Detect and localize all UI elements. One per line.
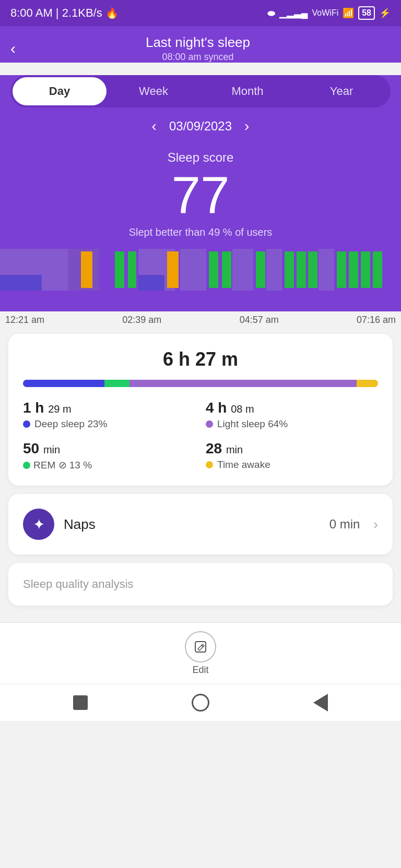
- svg-rect-22: [138, 275, 164, 291]
- rem-value: 50 min: [23, 440, 195, 457]
- light-sleep-dot: [206, 420, 213, 428]
- awake-stat: 28 min Time awake: [206, 440, 378, 471]
- current-date: 03/09/2023: [169, 119, 232, 134]
- light-sleep-label: Light sleep 64%: [206, 418, 378, 430]
- deep-sleep-label: Deep sleep 23%: [23, 418, 195, 430]
- time-label-0: 12:21 am: [5, 315, 44, 326]
- sleep-timeline-chart: [0, 249, 401, 291]
- light-sleep-value: 4 h 08 m: [206, 400, 378, 416]
- svg-rect-8: [209, 251, 218, 288]
- sleep-quality-label: Sleep quality analysis: [23, 577, 378, 591]
- back-button[interactable]: ‹: [10, 40, 16, 57]
- awake-label: Time awake: [206, 459, 378, 471]
- back-nav-button[interactable]: [313, 694, 328, 712]
- tab-week[interactable]: Week: [107, 77, 200, 105]
- naps-label: Naps: [64, 516, 320, 533]
- tab-day[interactable]: Day: [13, 77, 107, 105]
- time-label-2: 04:57 am: [240, 315, 279, 326]
- cards-section: 6 h 27 m 1 h 29 m Deep sleep 23% 4 h: [0, 326, 401, 622]
- header-title-wrap: Last night's sleep 08:00 am synced: [21, 34, 391, 63]
- tab-month[interactable]: Month: [200, 77, 294, 105]
- svg-rect-7: [180, 249, 206, 291]
- svg-rect-3: [115, 251, 124, 288]
- time-label-1: 02:39 am: [122, 315, 161, 326]
- time-text: 8:00 AM | 2.1KB/s: [10, 6, 102, 20]
- sleep-quality-card: Sleep quality analysis: [8, 563, 393, 606]
- page-header: ‹ Last night's sleep 08:00 am synced: [0, 26, 401, 63]
- naps-icon: ✦: [23, 509, 54, 540]
- light-sleep-stat: 4 h 08 m Light sleep 64%: [206, 400, 378, 430]
- tab-bar: Day Week Month Year: [10, 75, 391, 107]
- status-time: 8:00 AM | 2.1KB/s 🔥: [10, 6, 119, 20]
- naps-card-inner: ✦ Naps 0 min ›: [23, 509, 378, 540]
- charging-icon: ⚡: [379, 7, 391, 19]
- svg-rect-20: [373, 251, 382, 288]
- purple-section: Day Week Month Year ‹ 03/09/2023 › Sleep…: [0, 75, 401, 249]
- tab-year[interactable]: Year: [294, 77, 388, 105]
- next-date-button[interactable]: ›: [244, 118, 249, 135]
- naps-chevron-right-icon: ›: [373, 516, 378, 533]
- svg-rect-10: [232, 249, 253, 291]
- time-labels: 12:21 am 02:39 am 04:57 am 07:16 am: [0, 311, 401, 326]
- vowifi-icon: VoWiFi: [312, 8, 339, 18]
- rem-stat: 50 min REM ⊘ 13 %: [23, 440, 195, 471]
- flame-icon: 🔥: [105, 7, 119, 19]
- edit-label: Edit: [192, 665, 208, 676]
- naps-card[interactable]: ✦ Naps 0 min ›: [8, 494, 393, 554]
- svg-rect-19: [361, 251, 370, 288]
- wifi-icon: 📶: [343, 7, 354, 19]
- awake-value: 28 min: [206, 440, 378, 457]
- bluetooth-icon: ⬬: [267, 8, 275, 19]
- svg-rect-11: [256, 251, 265, 288]
- svg-rect-4: [128, 251, 136, 288]
- sleep-score-label: Sleep score: [10, 150, 391, 165]
- deep-sleep-dot: [23, 420, 30, 428]
- edit-icon: [185, 631, 216, 662]
- sleep-score-description: Slept better than 49 % of users: [10, 226, 391, 238]
- duration-bar: [23, 380, 378, 387]
- recents-button[interactable]: [192, 694, 209, 712]
- navigation-bar: [0, 684, 401, 721]
- status-icons: ⬬ ▁▂▃▄ VoWiFi 📶 58 ⚡: [267, 6, 391, 20]
- svg-rect-14: [297, 251, 306, 288]
- svg-rect-18: [349, 251, 358, 288]
- sync-status: 08:00 am synced: [21, 52, 375, 63]
- naps-star-icon: ✦: [33, 516, 45, 533]
- svg-rect-2: [81, 251, 92, 288]
- naps-value: 0 min: [329, 517, 360, 532]
- sleep-bar-section: [0, 249, 401, 311]
- svg-rect-12: [266, 249, 282, 291]
- rem-dot: [23, 462, 30, 469]
- rem-bar: [104, 380, 129, 387]
- deep-sleep-stat: 1 h 29 m Deep sleep 23%: [23, 400, 195, 430]
- date-navigation: ‹ 03/09/2023 ›: [10, 118, 391, 135]
- battery-indicator: 58: [358, 6, 375, 20]
- svg-rect-17: [337, 251, 346, 288]
- svg-rect-6: [167, 251, 179, 288]
- sleep-score-value: 77: [10, 169, 391, 221]
- awake-bar: [357, 380, 378, 387]
- deep-sleep-value: 1 h 29 m: [23, 400, 195, 416]
- total-duration: 6 h 27 m: [23, 348, 378, 370]
- prev-date-button[interactable]: ‹: [152, 118, 157, 135]
- svg-rect-21: [0, 275, 42, 291]
- status-bar: 8:00 AM | 2.1KB/s 🔥 ⬬ ▁▂▃▄ VoWiFi 📶 58 ⚡: [0, 0, 401, 26]
- sleep-score-section: Sleep score 77 Slept better than 49 % of…: [10, 150, 391, 249]
- svg-rect-13: [285, 251, 294, 288]
- awake-dot: [206, 461, 213, 468]
- duration-card: 6 h 27 m 1 h 29 m Deep sleep 23% 4 h: [8, 334, 393, 486]
- svg-rect-16: [319, 249, 334, 291]
- svg-rect-15: [308, 251, 317, 288]
- svg-rect-9: [222, 251, 231, 288]
- deep-sleep-bar: [23, 380, 104, 387]
- page-title: Last night's sleep: [21, 34, 375, 51]
- bottom-bar: Edit: [0, 622, 401, 684]
- stats-grid: 1 h 29 m Deep sleep 23% 4 h 08 m Light s…: [23, 400, 378, 471]
- time-label-3: 07:16 am: [357, 315, 396, 326]
- rem-label: REM ⊘ 13 %: [23, 459, 195, 471]
- light-sleep-bar: [129, 380, 357, 387]
- battery-level: 58: [362, 8, 371, 17]
- home-button[interactable]: [73, 695, 88, 710]
- edit-button[interactable]: Edit: [0, 631, 401, 676]
- signal-icon: ▁▂▃▄: [279, 7, 308, 19]
